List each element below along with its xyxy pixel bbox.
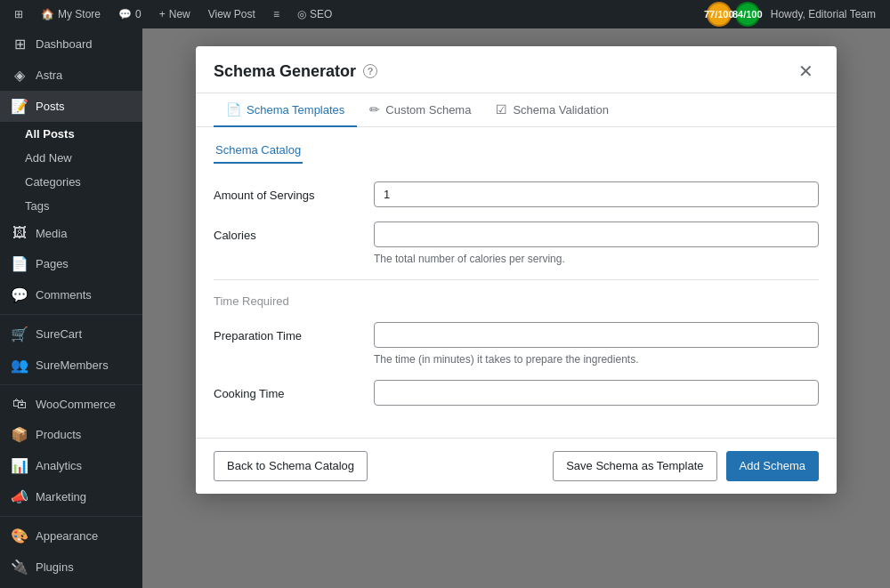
marketing-icon: 📣 bbox=[11, 488, 28, 505]
save-schema-as-template-button[interactable]: Save Schema as Template bbox=[553, 451, 716, 481]
astra-icon: ◈ bbox=[11, 67, 28, 84]
woocommerce-icon: 🛍 bbox=[11, 396, 28, 412]
help-calories: The total number of calories per serving… bbox=[374, 253, 819, 265]
custom-schema-icon: ✏ bbox=[369, 102, 380, 117]
main-content: Schema Generator ? ✕ 📄 Schema Templates … bbox=[142, 28, 890, 588]
modal-header: Schema Generator ? ✕ bbox=[196, 46, 837, 93]
sidebar-item-astra[interactable]: ◈ Astra bbox=[0, 60, 142, 91]
appearance-icon: 🎨 bbox=[11, 528, 28, 544]
footer-right-buttons: Save Schema as Template Add Schema bbox=[553, 451, 819, 481]
help-preparation-time: The time (in minutes) it takes to prepar… bbox=[374, 353, 819, 366]
modal-tabs: 📄 Schema Templates ✏ Custom Schema ☑ Sch… bbox=[196, 93, 837, 127]
field-wrap-cooking-time bbox=[374, 380, 819, 406]
wp-layout: ⊞ Dashboard ◈ Astra 📝 Posts All Posts Ad… bbox=[0, 28, 890, 588]
sidebar-item-categories[interactable]: Categories bbox=[0, 170, 142, 194]
modal-footer: Back to Schema Catalog Save Schema as Te… bbox=[196, 438, 837, 494]
sidebar-item-products[interactable]: 📦 Products bbox=[0, 419, 142, 450]
back-to-schema-catalog-button[interactable]: Back to Schema Catalog bbox=[214, 451, 368, 481]
store-icon: 🏠 bbox=[41, 8, 54, 20]
sidebar-item-surecart[interactable]: 🛒 SureCart bbox=[0, 318, 142, 350]
section-divider-time bbox=[214, 279, 819, 280]
modal-close-button[interactable]: ✕ bbox=[793, 60, 819, 82]
wp-icon: ⊞ bbox=[14, 8, 23, 20]
sidebar-item-suremembers[interactable]: 👥 SureMembers bbox=[0, 350, 142, 381]
seo-link[interactable]: ◎ SEO bbox=[290, 0, 339, 28]
plus-icon: + bbox=[159, 8, 166, 20]
seo-score-orange: 77/100 bbox=[707, 2, 732, 27]
analytics-icon: 📊 bbox=[11, 457, 28, 474]
admin-bar-right: 77/100 84/100 Howdy, Editorial Team bbox=[707, 0, 883, 28]
dashboard-icon: ⊞ bbox=[11, 36, 28, 52]
plugins-icon: 🔌 bbox=[11, 559, 28, 576]
modal-title: Schema Generator ? bbox=[214, 62, 377, 81]
sidebar-item-appearance[interactable]: 🎨 Appearance bbox=[0, 520, 142, 552]
hamburger-icon: ≡ bbox=[273, 8, 279, 20]
modal-body: Amount of Servings Calories The total nu… bbox=[196, 164, 837, 438]
wp-logo[interactable]: ⊞ bbox=[7, 0, 30, 28]
input-amount-of-servings[interactable] bbox=[374, 181, 819, 207]
schema-templates-icon: 📄 bbox=[226, 102, 241, 117]
sidebar-item-comments[interactable]: 💬 Comments bbox=[0, 279, 142, 310]
sidebar-item-posts[interactable]: 📝 Posts bbox=[0, 91, 142, 122]
modal-overlay: Schema Generator ? ✕ 📄 Schema Templates … bbox=[142, 28, 890, 588]
input-preparation-time[interactable] bbox=[374, 322, 819, 348]
form-row-preparation-time: Preparation Time The time (in minutes) i… bbox=[214, 322, 819, 366]
sidebar: ⊞ Dashboard ◈ Astra 📝 Posts All Posts Ad… bbox=[0, 28, 142, 588]
label-calories: Calories bbox=[214, 222, 356, 242]
sidebar-item-woocommerce[interactable]: 🛍 WooCommerce bbox=[0, 389, 142, 419]
field-wrap-calories: The total number of calories per serving… bbox=[374, 222, 819, 265]
sidebar-item-dashboard[interactable]: ⊞ Dashboard bbox=[0, 28, 142, 60]
add-schema-button[interactable]: Add Schema bbox=[726, 451, 819, 481]
comments-sidebar-icon: 💬 bbox=[11, 286, 28, 303]
schema-generator-modal: Schema Generator ? ✕ 📄 Schema Templates … bbox=[196, 46, 837, 494]
tab-schema-templates[interactable]: 📄 Schema Templates bbox=[214, 93, 357, 127]
seo-score-green: 84/100 bbox=[735, 2, 760, 27]
label-preparation-time: Preparation Time bbox=[214, 322, 356, 342]
store-link[interactable]: 🏠 My Store bbox=[34, 0, 108, 28]
form-row-cooking-time: Cooking Time bbox=[214, 380, 819, 406]
schema-validation-icon: ☑ bbox=[496, 102, 507, 117]
media-icon: 🖼 bbox=[11, 225, 28, 241]
suremembers-icon: 👥 bbox=[11, 357, 28, 374]
seo-icon: ◎ bbox=[297, 8, 306, 20]
tab-custom-schema[interactable]: ✏ Custom Schema bbox=[357, 93, 483, 127]
sidebar-item-add-new[interactable]: Add New bbox=[0, 146, 142, 170]
modal-sub-tabs: Schema Catalog bbox=[196, 127, 837, 164]
sidebar-item-all-posts[interactable]: All Posts bbox=[0, 122, 142, 146]
form-row-calories: Calories The total number of calories pe… bbox=[214, 222, 819, 265]
comments-link[interactable]: 💬 0 bbox=[111, 0, 149, 28]
comments-icon: 💬 bbox=[118, 8, 132, 20]
admin-bar: ⊞ 🏠 My Store 💬 0 + New View Post ≡ ◎ SEO… bbox=[0, 0, 890, 28]
field-wrap-preparation-time: The time (in minutes) it takes to prepar… bbox=[374, 322, 819, 366]
sidebar-item-analytics[interactable]: 📊 Analytics bbox=[0, 450, 142, 481]
form-row-amount-of-servings: Amount of Servings bbox=[214, 181, 819, 207]
sub-tab-schema-catalog[interactable]: Schema Catalog bbox=[214, 138, 303, 164]
pages-icon: 📄 bbox=[11, 255, 28, 272]
products-icon: 📦 bbox=[11, 426, 28, 443]
sidebar-item-pages[interactable]: 📄 Pages bbox=[0, 248, 142, 279]
section-title-time-required: Time Required bbox=[214, 294, 819, 308]
view-post-link[interactable]: View Post bbox=[201, 0, 263, 28]
sidebar-item-users[interactable]: 👤 Users bbox=[0, 583, 142, 588]
input-cooking-time[interactable] bbox=[374, 380, 819, 406]
sidebar-item-tags[interactable]: Tags bbox=[0, 194, 142, 218]
menu-icon-link[interactable]: ≡ bbox=[266, 0, 287, 28]
sidebar-item-media[interactable]: 🖼 Media bbox=[0, 218, 142, 248]
sidebar-item-marketing[interactable]: 📣 Marketing bbox=[0, 481, 142, 512]
field-wrap-amount-of-servings bbox=[374, 181, 819, 207]
input-calories[interactable] bbox=[374, 222, 819, 247]
posts-icon: 📝 bbox=[11, 98, 28, 115]
label-cooking-time: Cooking Time bbox=[214, 380, 356, 400]
surecart-icon: 🛒 bbox=[11, 326, 28, 342]
tab-schema-validation[interactable]: ☑ Schema Validation bbox=[483, 93, 620, 127]
sidebar-item-plugins[interactable]: 🔌 Plugins bbox=[0, 552, 142, 583]
new-link[interactable]: + New bbox=[152, 0, 198, 28]
modal-help-icon[interactable]: ? bbox=[363, 64, 377, 78]
label-amount-of-servings: Amount of Servings bbox=[214, 181, 356, 202]
greeting[interactable]: Howdy, Editorial Team bbox=[764, 0, 883, 28]
